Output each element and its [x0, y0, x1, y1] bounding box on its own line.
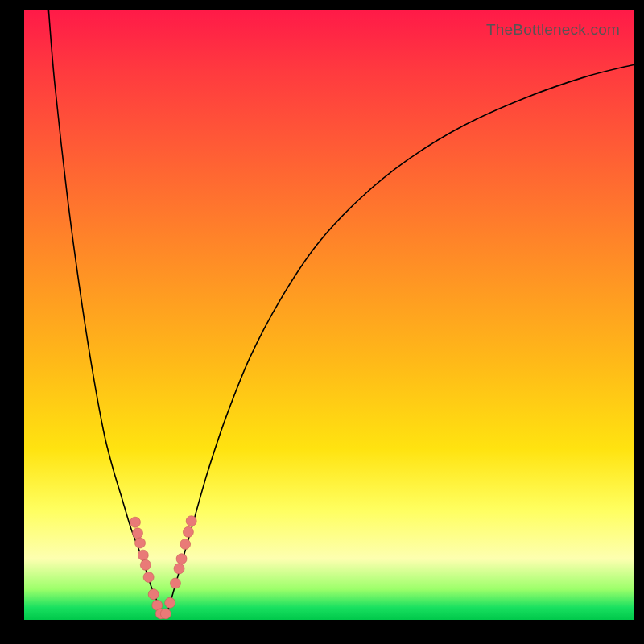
curve-right-branch	[166, 64, 634, 617]
threshold-dot	[165, 597, 175, 608]
curve-left-branch	[48, 10, 163, 617]
threshold-dot	[180, 539, 191, 550]
threshold-dot	[183, 526, 193, 537]
threshold-dot	[176, 554, 187, 564]
plot-area: TheBottleneck.com	[24, 10, 634, 620]
threshold-dot	[135, 538, 146, 548]
threshold-dot	[140, 559, 151, 570]
threshold-dot	[143, 572, 154, 582]
threshold-dot	[138, 550, 148, 560]
threshold-dot	[130, 517, 140, 527]
threshold-dot	[132, 528, 142, 539]
threshold-dot	[160, 609, 171, 619]
chart-svg	[24, 10, 634, 620]
threshold-dots-group	[130, 516, 196, 619]
threshold-dot	[148, 589, 159, 600]
threshold-dot	[170, 578, 180, 588]
threshold-dot	[174, 564, 184, 574]
chart-frame: TheBottleneck.com	[0, 0, 644, 644]
threshold-dot	[186, 516, 196, 526]
